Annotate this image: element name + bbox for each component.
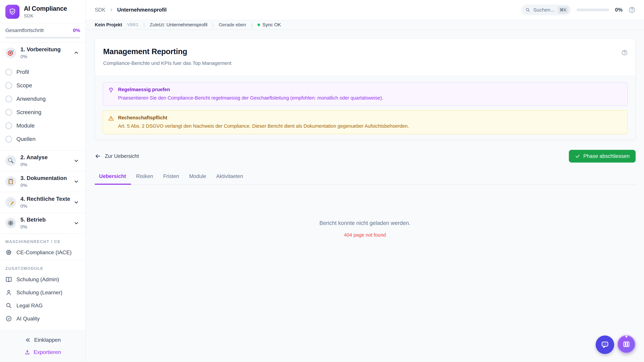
magnifier-icon (5, 155, 16, 166)
topbar: SDK Unternehmensprofil Suchen... ⌘K 0% (86, 0, 644, 20)
chevron-down-icon (74, 199, 79, 205)
tab-risiken[interactable]: Risiken (131, 173, 158, 185)
sidebar-item-label: Legal RAG (16, 303, 43, 309)
header-progress-bar (576, 8, 609, 11)
tab-module[interactable]: Module (184, 173, 211, 185)
phase-section-analyse: 2. Analyse 0% (0, 150, 86, 171)
step-status-circle (5, 122, 12, 129)
tab-aktivitaeten[interactable]: Aktivitaeten (211, 173, 248, 185)
sidebar-item-legal-rag[interactable]: Legal RAG (0, 299, 86, 312)
sidebar-item-schulung-learner[interactable]: Schulung (Learner) (0, 286, 86, 299)
back-to-overview-link[interactable]: Zur Uebersicht (95, 153, 139, 159)
section-label-maschinenrecht: MASCHINENRECHT / CE (0, 234, 86, 246)
header-progress-value: 0% (615, 7, 622, 13)
target-icon (5, 47, 16, 58)
report-card-body: Regelmaessig pruefen Praesentieren Sie d… (95, 76, 635, 140)
sidebar-item-anwendung[interactable]: Anwendung (0, 92, 86, 106)
report-card-header: Management Reporting Compliance-Berichte… (95, 38, 635, 76)
tip-notice-text: Praesentieren Sie den Compliance-Bericht… (118, 95, 383, 101)
step-status-circle (5, 95, 12, 102)
step-status-circle (5, 69, 12, 75)
empty-state: Bericht konnte nicht geladen werden. 404… (86, 220, 644, 238)
step-status-circle (5, 82, 12, 89)
phase-title: 1. Vorbereitung (20, 46, 74, 53)
step-label: Screening (16, 109, 42, 115)
phase-title: 4. Rechtliche Texte (20, 196, 74, 202)
search-icon (525, 7, 530, 12)
help-icon[interactable] (621, 49, 628, 56)
step-status-circle (5, 136, 12, 142)
status-bar: Kein Projekt V001 | Zuletzt: Unternehmen… (86, 20, 644, 30)
phase-header-vorbereitung[interactable]: 1. Vorbereitung 0% (0, 42, 86, 63)
main-content: Management Reporting Compliance-Berichte… (86, 30, 644, 362)
phase-header-analyse[interactable]: 2. Analyse 0% (0, 150, 86, 171)
breadcrumb-current: Unternehmensprofil (117, 7, 167, 13)
app-subtitle: SDK (24, 13, 67, 18)
app-header: AI Compliance SDK (0, 0, 86, 23)
overall-progress-label: Gesamtfortschritt (5, 27, 44, 33)
project-name: Kein Projekt (95, 22, 122, 27)
sidebar-item-schulung-admin[interactable]: Schulung (Admin) (0, 273, 86, 286)
empty-state-message: Bericht konnte nicht geladen werden. (86, 220, 644, 226)
step-label: Quellen (16, 136, 36, 142)
complete-phase-button[interactable]: Phase abschliessen (569, 150, 636, 163)
phase-steps: Profil Scope Anwendung Screening Module … (0, 63, 86, 150)
notification-dot (626, 336, 628, 338)
search-input[interactable]: Suchen... ⌘K (521, 4, 571, 15)
check-icon (575, 153, 580, 159)
sidebar-item-screening[interactable]: Screening (0, 106, 86, 119)
chip-icon (5, 249, 12, 256)
speech-bubble-icon (600, 340, 609, 349)
sidebar-item-module[interactable]: Module (0, 119, 86, 132)
phase-progress: 0% (20, 162, 74, 167)
sidebar-item-ce-compliance[interactable]: CE-Compliance (IACE) (0, 246, 86, 260)
kanban-columns-icon (622, 340, 630, 349)
phase-header-betrieb[interactable]: 5. Betrieb 0% (0, 213, 86, 233)
upload-icon (24, 350, 30, 355)
search-placeholder: Suchen... (533, 7, 554, 13)
sidebar: AI Compliance SDK Gesamtfortschritt 0% 1… (0, 0, 86, 362)
warning-notice: Rechenschaftspflicht Art. 5 Abs. 2 DSGVO… (103, 110, 628, 134)
chevron-down-icon (74, 220, 79, 226)
keyboard-shortcut-badge: ⌘K (558, 6, 569, 14)
back-link-label: Zur Uebersicht (105, 153, 139, 159)
tab-fristen[interactable]: Fristen (158, 173, 184, 185)
separator: | (251, 22, 252, 27)
tip-notice: Regelmaessig pruefen Praesentieren Sie d… (103, 82, 628, 106)
phase-header-rechtliche-texte[interactable]: 4. Rechtliche Texte 0% (0, 192, 86, 213)
report-card: Management Reporting Compliance-Berichte… (95, 38, 636, 140)
double-chevron-left-icon (25, 337, 31, 343)
check-circle-icon (5, 315, 12, 322)
step-label: Anwendung (16, 96, 46, 102)
sync-status-dot (258, 23, 260, 26)
collapse-sidebar-button[interactable]: Einklappen (25, 337, 61, 343)
phase-title: 2. Analyse (20, 154, 74, 161)
section-label-zusatzmodule: ZUSATZMODULE (0, 260, 86, 273)
empty-state-error: 404 page not found (86, 232, 644, 238)
breadcrumb: SDK Unternehmensprofil (95, 7, 166, 13)
chat-fab-button[interactable] (596, 336, 614, 354)
phase-header-dokumentation[interactable]: 3. Dokumentation 0% (0, 171, 86, 192)
help-icon[interactable] (628, 6, 636, 13)
sidebar-item-scope[interactable]: Scope (0, 79, 86, 92)
memo-pencil-icon (5, 197, 16, 208)
tab-uebersicht[interactable]: Uebersicht (95, 173, 131, 185)
phase-section-vorbereitung: 1. Vorbereitung 0% Profil Scope Anwendun… (0, 42, 86, 150)
export-button[interactable]: Exportieren (24, 349, 61, 355)
breadcrumb-root[interactable]: SDK (95, 7, 106, 13)
phase-progress: 0% (20, 203, 74, 209)
app-title: AI Compliance (24, 5, 67, 12)
sidebar-item-label: CE-Compliance (IACE) (16, 249, 72, 256)
sidebar-item-ai-quality[interactable]: AI Quality (0, 312, 86, 325)
chevron-down-icon (74, 158, 79, 164)
export-label: Exportieren (34, 349, 61, 355)
phase-section-dokumentation: 3. Dokumentation 0% (0, 171, 86, 192)
separator: | (144, 22, 145, 27)
version-badge: V001 (127, 22, 138, 27)
sidebar-item-profil[interactable]: Profil (0, 65, 86, 79)
sidebar-item-quellen[interactable]: Quellen (0, 132, 86, 146)
kanban-fab-button[interactable] (617, 335, 636, 354)
phase-title: 3. Dokumentation (20, 175, 74, 181)
tab-bar: Uebersicht Risiken Fristen Module Aktivi… (95, 173, 636, 185)
chevron-down-icon (74, 179, 79, 184)
